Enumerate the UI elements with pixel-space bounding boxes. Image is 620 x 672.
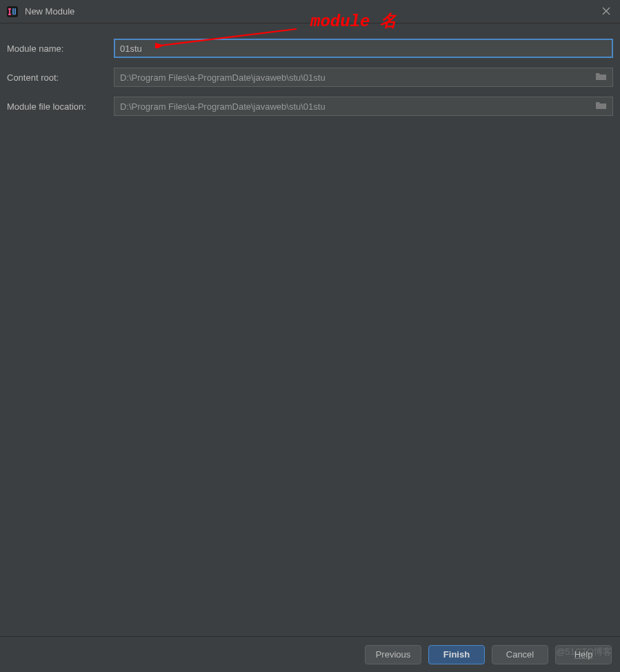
module-file-location-label: Module file location: xyxy=(7,101,114,112)
module-name-label: Module name: xyxy=(7,43,114,54)
content-root-label: Content root: xyxy=(7,72,114,83)
cancel-button[interactable]: Cancel xyxy=(492,645,548,664)
folder-icon[interactable] xyxy=(596,72,607,83)
previous-button[interactable]: Previous xyxy=(365,645,421,664)
finish-button[interactable]: Finish xyxy=(428,645,485,664)
content-root-value: D:\Program Files\a-ProgramDate\javaweb\s… xyxy=(120,72,592,83)
module-file-location-input[interactable]: D:\Program Files\a-ProgramDate\javaweb\s… xyxy=(114,97,613,116)
module-name-input[interactable] xyxy=(114,39,613,58)
form-area: Module name: Content root: D:\Program Fi… xyxy=(0,23,620,116)
row-content-root: Content root: D:\Program Files\a-Program… xyxy=(7,68,613,87)
content-root-input[interactable]: D:\Program Files\a-ProgramDate\javaweb\s… xyxy=(114,68,613,87)
help-button[interactable]: Help xyxy=(555,645,612,664)
folder-icon[interactable] xyxy=(596,101,607,112)
window-title: New Module xyxy=(25,6,598,17)
row-module-file-location: Module file location: D:\Program Files\a… xyxy=(7,97,613,116)
module-file-location-value: D:\Program Files\a-ProgramDate\javaweb\s… xyxy=(120,101,592,112)
close-icon[interactable] xyxy=(598,6,614,18)
module-name-input-wrap xyxy=(114,39,613,58)
titlebar: New Module xyxy=(0,0,620,23)
footer: Previous Finish Cancel Help xyxy=(0,636,620,672)
app-icon xyxy=(7,6,18,17)
row-module-name: Module name: xyxy=(7,39,613,58)
